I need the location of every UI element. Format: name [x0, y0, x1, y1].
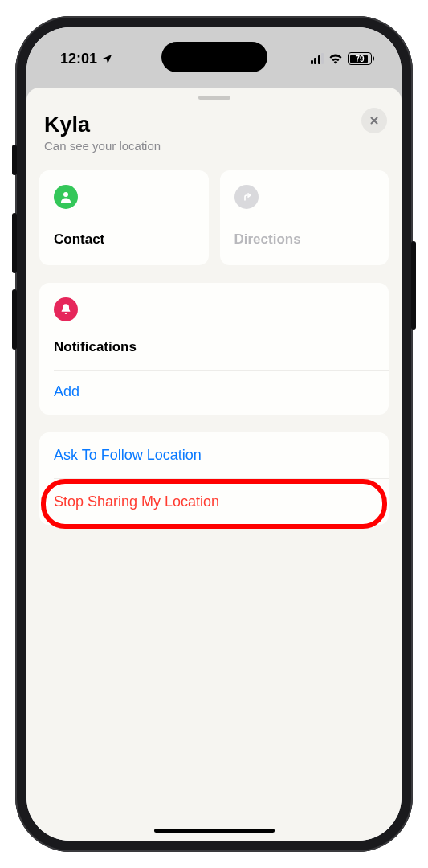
- bell-icon: [54, 297, 78, 321]
- location-arrow-icon: [101, 53, 113, 65]
- notifications-card: Notifications Add: [39, 283, 389, 415]
- directions-card: Directions: [220, 170, 389, 265]
- person-sheet: Kyla Can see your location Contact: [26, 88, 402, 841]
- notifications-label: Notifications: [54, 339, 374, 370]
- close-button[interactable]: [361, 108, 387, 133]
- contact-label: Contact: [54, 231, 194, 248]
- cellular-signal-icon: [311, 54, 324, 64]
- person-icon: [54, 185, 78, 209]
- directions-label: Directions: [234, 231, 375, 248]
- actions-card: Ask To Follow Location Stop Sharing My L…: [39, 432, 389, 525]
- wifi-icon: [328, 53, 343, 64]
- iphone-frame: 12:01 79 Kyla: [15, 16, 413, 852]
- stop-sharing-location-button[interactable]: Stop Sharing My Location: [54, 479, 374, 525]
- add-notification-button[interactable]: Add: [54, 371, 374, 415]
- screen: 12:01 79 Kyla: [26, 27, 402, 841]
- svg-point-0: [63, 192, 68, 197]
- card-row: Contact Directions: [39, 170, 389, 265]
- power-button[interactable]: [411, 241, 416, 330]
- volume-up-button[interactable]: [12, 213, 17, 273]
- person-name: Kyla: [44, 113, 384, 137]
- dynamic-island: [161, 42, 267, 72]
- volume-down-button[interactable]: [12, 289, 17, 350]
- ask-follow-location-button[interactable]: Ask To Follow Location: [54, 432, 374, 478]
- battery-indicator: 79: [348, 52, 374, 65]
- silence-switch[interactable]: [12, 145, 17, 175]
- status-time: 12:01: [60, 51, 97, 68]
- battery-percentage: 79: [355, 55, 364, 63]
- sheet-header: Kyla Can see your location: [26, 100, 402, 170]
- location-status: Can see your location: [44, 139, 384, 153]
- directions-icon: [234, 185, 259, 209]
- home-indicator[interactable]: [154, 829, 275, 833]
- contact-card[interactable]: Contact: [39, 170, 209, 265]
- close-icon: [369, 115, 380, 126]
